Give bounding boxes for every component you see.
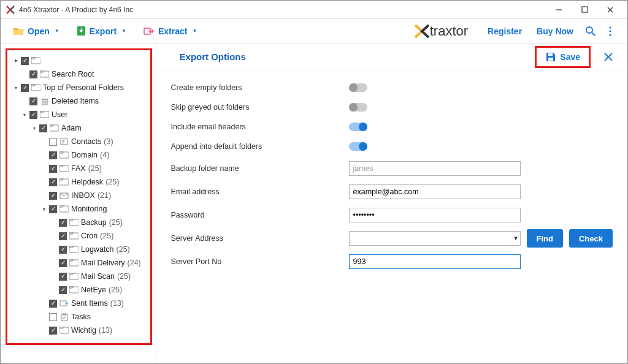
tree-row[interactable]: Mail Delivery(24) xyxy=(9,256,149,270)
tree-row[interactable]: Sent Items(13) xyxy=(9,297,149,310)
tree-count: (13) xyxy=(110,299,124,308)
include-headers-label: Include email headers xyxy=(171,123,349,131)
tree-twisty-icon xyxy=(40,165,48,172)
email-input[interactable] xyxy=(349,184,521,199)
close-button[interactable] xyxy=(598,1,622,18)
folder-icon xyxy=(59,165,69,173)
tree-checkbox[interactable] xyxy=(49,165,57,173)
tree-checkbox[interactable] xyxy=(49,178,57,186)
tree-row[interactable]: ▼Monitoring xyxy=(9,202,149,216)
close-panel-button[interactable] xyxy=(599,48,618,66)
tree-row[interactable]: Logwatch(25) xyxy=(9,243,149,256)
svg-line-7 xyxy=(592,32,595,36)
tree-checkbox[interactable] xyxy=(49,205,57,213)
caret-down-icon: ▼ xyxy=(55,28,59,34)
tree-checkbox[interactable] xyxy=(29,97,37,105)
folder-tree-panel: ▶Search Root▼Top of Personal FoldersDele… xyxy=(1,44,156,363)
tree-row[interactable]: Domain(4) xyxy=(9,148,149,162)
tree-checkbox[interactable] xyxy=(59,273,67,281)
titlebar: 4n6 Xtraxtor - A Product by 4n6 Inc xyxy=(1,1,627,19)
tree-checkbox[interactable] xyxy=(49,313,57,321)
folder-icon xyxy=(59,205,69,213)
tree-twisty-icon[interactable]: ▼ xyxy=(21,111,28,118)
create-empty-toggle[interactable] xyxy=(349,83,367,92)
server-address-combo[interactable]: ▼ xyxy=(349,231,521,246)
svg-rect-55 xyxy=(548,53,553,56)
export-menu[interactable]: Export ▼ xyxy=(72,23,131,39)
tree-checkbox[interactable] xyxy=(49,300,57,308)
open-label: Open xyxy=(28,26,50,36)
tree-checkbox[interactable] xyxy=(21,84,29,92)
register-link[interactable]: Register xyxy=(480,26,529,36)
tree-checkbox[interactable] xyxy=(59,219,67,227)
open-menu[interactable]: Open ▼ xyxy=(8,24,64,39)
password-input[interactable] xyxy=(349,208,521,222)
tree-row[interactable]: ▼User xyxy=(9,108,149,121)
save-button[interactable]: Save xyxy=(539,49,586,65)
find-button[interactable]: Find xyxy=(527,229,563,248)
export-file-icon xyxy=(77,26,86,36)
tree-checkbox[interactable] xyxy=(29,111,37,119)
server-port-input[interactable] xyxy=(349,254,521,269)
buy-now-link[interactable]: Buy Now xyxy=(529,26,581,36)
tree-label: Adam xyxy=(61,124,82,132)
backup-name-input[interactable] xyxy=(349,161,521,176)
tree-row[interactable]: ▶ xyxy=(9,54,149,67)
include-headers-toggle[interactable] xyxy=(349,123,367,131)
tree-row[interactable]: Tasks xyxy=(9,310,149,324)
folder-icon xyxy=(69,259,78,267)
tree-twisty-icon[interactable]: ▼ xyxy=(40,205,48,213)
more-button[interactable] xyxy=(600,21,620,41)
server-port-label: Server Port No xyxy=(171,257,349,266)
tree-count: (3) xyxy=(104,137,113,146)
tree-row[interactable]: ▼Adam xyxy=(9,121,149,135)
caret-down-icon: ▼ xyxy=(513,235,519,241)
tree-count: (25) xyxy=(117,272,131,281)
window-controls xyxy=(546,1,622,18)
tree-checkbox[interactable] xyxy=(29,70,37,78)
tree-row[interactable]: Helpdesk(25) xyxy=(9,175,149,189)
tree-count: (25) xyxy=(88,164,102,173)
tree-twisty-icon[interactable]: ▶ xyxy=(12,57,20,64)
tree-count: (13) xyxy=(99,326,112,335)
tree-checkbox[interactable] xyxy=(21,57,29,65)
tree-row[interactable]: INBOX(21) xyxy=(9,189,149,202)
tree-twisty-icon[interactable]: ▼ xyxy=(31,124,38,132)
minimize-button[interactable] xyxy=(546,1,571,18)
tree-checkbox[interactable] xyxy=(59,232,67,240)
tree-checkbox[interactable] xyxy=(59,246,67,254)
tree-row[interactable]: Cron(25) xyxy=(9,229,149,243)
tree-row[interactable]: Deleted Items xyxy=(9,94,149,108)
tree-checkbox[interactable] xyxy=(59,259,67,267)
maximize-button[interactable] xyxy=(572,1,597,18)
app-icon xyxy=(6,5,15,15)
tree-row[interactable]: FAX(25) xyxy=(9,162,149,175)
tree-row[interactable]: NetEye(25) xyxy=(9,283,149,297)
svg-point-6 xyxy=(586,27,592,33)
tree-row[interactable]: ▼Top of Personal Folders xyxy=(9,81,149,94)
tree-checkbox[interactable] xyxy=(49,151,57,159)
tree-twisty-icon xyxy=(50,273,58,280)
folder-tree[interactable]: ▶Search Root▼Top of Personal FoldersDele… xyxy=(6,48,152,345)
extract-menu[interactable]: Extract ▼ xyxy=(139,24,202,39)
tree-count: (25) xyxy=(109,218,123,227)
tree-row[interactable]: Backup(25) xyxy=(9,216,149,229)
tree-label: FAX xyxy=(71,164,86,173)
check-button[interactable]: Check xyxy=(569,229,613,248)
search-button[interactable] xyxy=(581,21,600,41)
folder-icon xyxy=(69,246,78,254)
tree-row[interactable]: Wichtig(13) xyxy=(9,324,149,337)
tree-checkbox[interactable] xyxy=(49,192,57,200)
tree-row[interactable]: Mail Scan(25) xyxy=(9,270,149,283)
tree-checkbox[interactable] xyxy=(59,286,67,294)
tree-row[interactable]: Contacts(3) xyxy=(9,135,149,148)
tree-checkbox[interactable] xyxy=(49,327,57,335)
tree-row[interactable]: Search Root xyxy=(9,67,149,81)
folder-icon xyxy=(31,84,40,92)
tree-twisty-icon[interactable]: ▼ xyxy=(12,84,20,91)
skip-greyed-toggle[interactable] xyxy=(349,103,367,112)
tree-checkbox[interactable] xyxy=(49,138,57,146)
tree-checkbox[interactable] xyxy=(39,124,47,132)
tree-label: INBOX xyxy=(71,191,95,200)
append-default-toggle[interactable] xyxy=(349,142,367,151)
